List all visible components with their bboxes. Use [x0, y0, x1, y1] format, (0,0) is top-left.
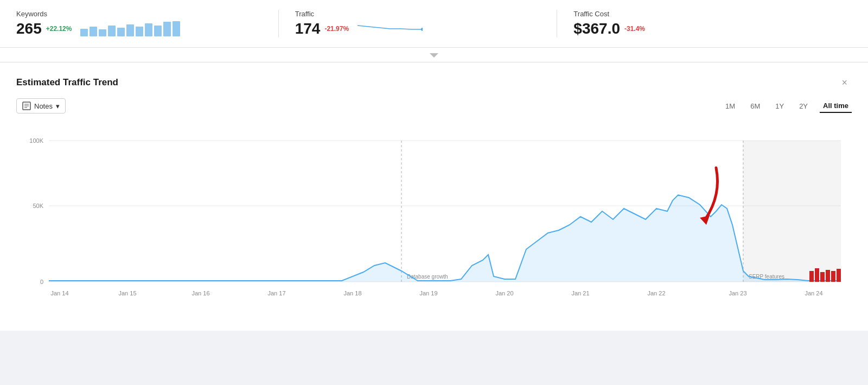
traffic-cost-label: Traffic Cost: [573, 10, 819, 18]
chart-controls: Notes ▾ 1M 6M 1Y 2Y All time: [16, 98, 852, 113]
time-btn-6m[interactable]: 6M: [747, 100, 763, 112]
svg-text:Jan 24: Jan 24: [805, 290, 822, 296]
notes-button[interactable]: Notes ▾: [16, 98, 66, 113]
keywords-label: Keywords: [16, 10, 262, 18]
time-range-controls: 1M 6M 1Y 2Y All time: [722, 99, 852, 113]
notes-icon: [22, 102, 31, 110]
traffic-cost-metric: Traffic Cost $367.0 -31.4%: [573, 10, 835, 37]
svg-point-0: [421, 28, 423, 31]
svg-text:Jan 22: Jan 22: [647, 290, 665, 296]
svg-text:Jan 21: Jan 21: [571, 290, 589, 296]
keywords-value: 265: [16, 20, 42, 37]
svg-rect-23: [837, 269, 841, 282]
metrics-bar: Keywords 265 +22.12% Traffic 174 -21.: [0, 0, 868, 48]
svg-rect-22: [831, 271, 835, 282]
traffic-cost-change: -31.4%: [624, 25, 645, 33]
traffic-metric: Traffic 174 -21.97%: [295, 10, 558, 37]
chart-header: Estimated Traffic Trend ×: [16, 75, 852, 90]
time-btn-1y[interactable]: 1Y: [772, 100, 787, 112]
traffic-label: Traffic: [295, 10, 541, 18]
close-button[interactable]: ×: [837, 75, 852, 90]
keywords-metric: Keywords 265 +22.12%: [16, 10, 279, 37]
svg-rect-21: [826, 270, 830, 282]
notes-chevron-icon: ▾: [56, 102, 60, 110]
svg-text:50K: 50K: [33, 203, 43, 209]
traffic-trend-chart: 100K 50K 0 Database growth SERP features: [16, 124, 852, 320]
chart-title: Estimated Traffic Trend: [16, 77, 118, 88]
svg-text:Jan 23: Jan 23: [729, 290, 746, 296]
time-btn-2y[interactable]: 2Y: [796, 100, 811, 112]
keywords-sparkbar: [80, 21, 180, 36]
svg-text:Jan 19: Jan 19: [419, 290, 437, 296]
time-btn-alltime[interactable]: All time: [820, 99, 852, 113]
panel-handle[interactable]: [0, 48, 868, 62]
time-btn-1m[interactable]: 1M: [722, 100, 738, 112]
svg-text:0: 0: [40, 279, 43, 285]
traffic-sparkline: [358, 21, 423, 36]
chart-area: 100K 50K 0 Database growth SERP features: [16, 124, 852, 320]
traffic-change: -21.97%: [324, 25, 349, 33]
svg-rect-18: [809, 271, 814, 282]
svg-rect-20: [820, 272, 825, 282]
svg-text:100K: 100K: [29, 137, 43, 144]
svg-text:Jan 17: Jan 17: [267, 290, 285, 296]
svg-text:Jan 16: Jan 16: [192, 290, 209, 296]
svg-marker-1: [430, 53, 438, 58]
svg-rect-19: [815, 268, 819, 282]
svg-text:Jan 20: Jan 20: [495, 290, 513, 296]
traffic-cost-value: $367.0: [573, 20, 620, 37]
keywords-change: +22.12%: [46, 25, 72, 33]
traffic-value: 174: [295, 20, 321, 37]
svg-text:Jan 15: Jan 15: [118, 290, 136, 296]
notes-label: Notes: [34, 102, 53, 110]
svg-text:Jan 18: Jan 18: [343, 290, 361, 296]
chart-panel: Estimated Traffic Trend × Notes ▾ 1M 6M …: [0, 62, 868, 331]
svg-text:Jan 14: Jan 14: [50, 290, 68, 296]
svg-rect-12: [743, 141, 841, 282]
